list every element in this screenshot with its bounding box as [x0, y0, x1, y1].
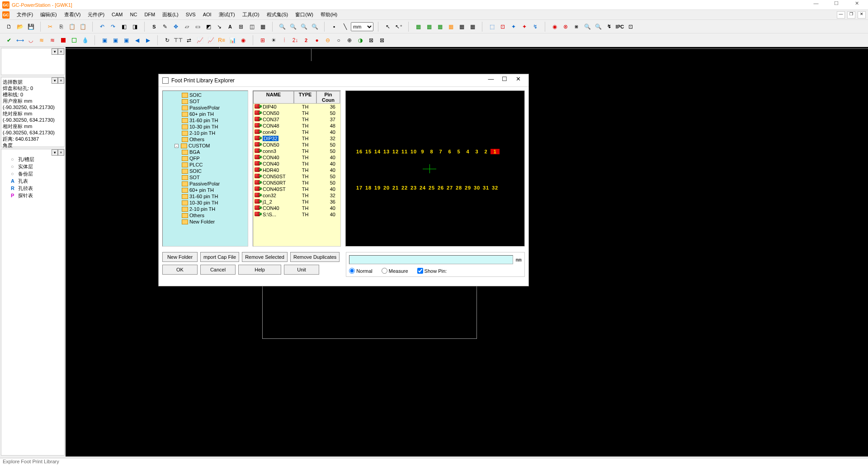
new-icon[interactable]: 🗋 — [4, 22, 14, 32]
d4-icon[interactable]: 2↓ — [290, 35, 300, 45]
d5-icon[interactable]: 2 — [301, 35, 311, 45]
folder-node[interactable]: 2-10 pin TH — [164, 206, 247, 212]
close-button[interactable]: ✕ — [850, 0, 863, 10]
drop-icon[interactable]: 💧 — [80, 35, 90, 45]
unit-select[interactable]: mm — [351, 22, 373, 31]
panel2-close-icon[interactable]: × — [58, 77, 64, 84]
grid-icon[interactable]: ⊞ — [236, 22, 246, 32]
grid1-icon[interactable]: ▦ — [413, 22, 423, 32]
folder-tree[interactable]: SOICSOTPassive/Polar60+ pin TH31-60 pin … — [162, 90, 248, 247]
d7-icon[interactable]: ⊖ — [323, 35, 333, 45]
zoom1-icon[interactable]: 🔍 — [277, 22, 287, 32]
col-name[interactable]: NAME — [253, 91, 294, 104]
footprint-list[interactable]: NAME TYPE Pin Coun DIP40TH36CON50TH50CON… — [253, 90, 341, 247]
folder-node[interactable]: 10-30 pin TH — [164, 200, 247, 206]
zoom2-icon[interactable]: 🔍 — [288, 22, 298, 32]
menu-item[interactable]: 查看(V) — [61, 11, 85, 18]
list-row[interactable]: CON40TH40 — [253, 205, 340, 211]
list-row[interactable]: con40TH40 — [253, 129, 340, 135]
folder-custom[interactable]: -CUSTOM — [164, 143, 247, 149]
remove-duplicates-button[interactable]: Remove Duplicates — [290, 252, 340, 262]
folder-node[interactable]: New Folder — [164, 219, 247, 225]
sel4-icon[interactable]: ✦ — [519, 22, 529, 32]
c6-icon[interactable]: R≡ — [217, 35, 226, 45]
layer-tree[interactable]: ○孔/槽层○实体层○备份层A孔表R孔径表P探针表 — [1, 149, 64, 200]
d2-icon[interactable]: ☀ — [269, 35, 278, 45]
coordinate-input[interactable] — [349, 255, 513, 264]
folder-node[interactable]: Passive/Polar — [164, 181, 247, 187]
paste-icon[interactable]: 📋 — [67, 22, 77, 32]
t4-icon[interactable]: 🔍 — [582, 22, 592, 32]
b2-icon[interactable]: ▣ — [110, 35, 120, 45]
list-row[interactable]: CON50TH50 — [253, 142, 340, 148]
menu-item[interactable]: 程式集(S) — [263, 11, 292, 18]
sel2-icon[interactable]: ⊡ — [498, 22, 508, 32]
d9-icon[interactable]: ⊕ — [344, 35, 354, 45]
c7-icon[interactable]: 📊 — [227, 35, 237, 45]
tool-b-icon[interactable]: ◨ — [130, 22, 140, 32]
normal-radio[interactable]: Normal — [349, 268, 372, 274]
menu-item[interactable]: 窗口(W) — [292, 11, 317, 18]
b3-icon[interactable]: ▣ — [121, 35, 131, 45]
layer-tree-item[interactable]: ○孔/槽层 — [3, 156, 63, 163]
grid3-icon[interactable]: ▦ — [435, 22, 445, 32]
panel3-dropdown-icon[interactable]: ▾ — [52, 149, 58, 156]
c8-icon[interactable]: ◉ — [238, 35, 248, 45]
folder-node[interactable]: SOT — [164, 98, 247, 105]
d8-icon[interactable]: ○ — [334, 35, 344, 45]
new-folder-button[interactable]: New Folder — [162, 252, 198, 262]
sel1-icon[interactable]: ⬚ — [487, 22, 497, 32]
zoom4-icon[interactable]: 🔍 — [310, 22, 320, 32]
t1-icon[interactable]: ◉ — [550, 22, 560, 32]
diag-icon[interactable]: ╲ — [340, 22, 350, 32]
folder-node[interactable]: 31-60 pin TH — [164, 193, 247, 200]
panel3-close-icon[interactable]: × — [58, 149, 64, 156]
comp-icon[interactable]: ◫ — [247, 22, 257, 32]
shape1-icon[interactable]: ▱ — [182, 22, 192, 32]
panel2-dropdown-icon[interactable]: ▾ — [52, 77, 58, 84]
measure-radio[interactable]: Measure — [382, 268, 408, 274]
tool-a-icon[interactable]: ◧ — [119, 22, 129, 32]
r3-icon[interactable]: ≋ — [47, 35, 57, 45]
list-row[interactable]: DIP40TH36 — [253, 104, 340, 110]
menu-item[interactable]: CAM — [108, 11, 126, 18]
ok-button[interactable]: OK — [162, 265, 198, 275]
copy-icon[interactable]: ⎘ — [56, 22, 66, 32]
layer-tree-item[interactable]: ○备份层 — [3, 170, 63, 177]
layer-tree-item[interactable]: R孔径表 — [3, 185, 63, 192]
c5-icon[interactable]: 📈 — [206, 35, 216, 45]
list-row[interactable]: DIP32TH32 — [253, 135, 340, 142]
cut-icon[interactable]: ✂ — [45, 22, 55, 32]
grid4-icon[interactable]: ▦ — [446, 22, 456, 32]
import-cap-button[interactable]: mport Cap File — [200, 252, 239, 262]
zoom3-icon[interactable]: 🔍 — [299, 22, 309, 32]
t3-icon[interactable]: ⋇ — [571, 22, 581, 32]
sel3-icon[interactable]: ✦ — [509, 22, 519, 32]
c4-icon[interactable]: 📈 — [195, 35, 205, 45]
layer-tree-item[interactable]: A孔表 — [3, 177, 63, 185]
b1-icon[interactable]: ▣ — [99, 35, 109, 45]
d1-icon[interactable]: ⊞ — [258, 35, 268, 45]
move-icon[interactable]: ✥ — [171, 22, 181, 32]
mdi-minimize-button[interactable]: — — [837, 11, 845, 19]
list-row[interactable]: CON40TH40 — [253, 161, 340, 167]
col-pin[interactable]: Pin Coun — [316, 91, 340, 104]
r5-icon[interactable] — [69, 35, 79, 45]
s-icon[interactable]: S — [149, 22, 159, 32]
pen-icon[interactable]: ✎ — [160, 22, 170, 32]
menu-item[interactable]: DFM — [141, 11, 159, 18]
d11-icon[interactable]: ⊠ — [366, 35, 376, 45]
text-icon[interactable]: A — [225, 22, 235, 32]
open-icon[interactable]: 📂 — [15, 22, 25, 32]
showpin-checkbox[interactable]: Show Pin: — [417, 268, 447, 274]
r2-icon[interactable]: ≋ — [37, 35, 47, 45]
list-row[interactable]: conn3TH50 — [253, 148, 340, 154]
list-row[interactable]: HDR40TH40 — [253, 167, 340, 173]
folder-node[interactable]: Others — [164, 136, 247, 143]
d3-icon[interactable]: ⦙ — [279, 35, 289, 45]
dot-icon[interactable]: ▪ — [329, 22, 339, 32]
pointer-icon[interactable]: ↖ — [383, 22, 393, 32]
minimize-button[interactable]: — — [809, 0, 823, 10]
folder-node[interactable]: 2-10 pin TH — [164, 130, 247, 136]
shape2-icon[interactable]: ▭ — [193, 22, 203, 32]
